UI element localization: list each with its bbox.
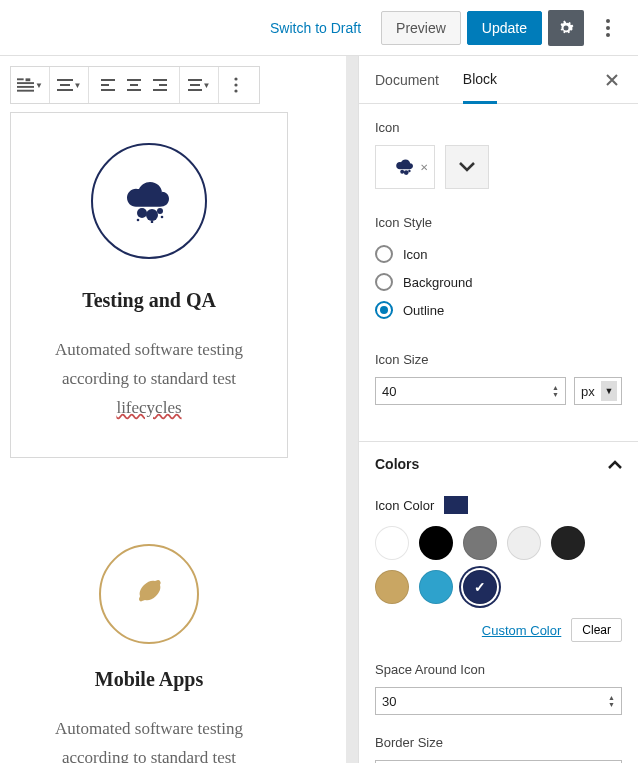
color-swatch[interactable]	[375, 570, 409, 604]
icon-picker-button[interactable]: ✕	[375, 145, 435, 189]
block-testing-qa[interactable]: Testing and QA Automated software testin…	[10, 112, 288, 458]
svg-rect-22	[188, 89, 202, 91]
icon-label: Icon	[375, 120, 622, 135]
block-title: Testing and QA	[31, 289, 267, 312]
radio-icon[interactable]: Icon	[375, 240, 622, 268]
svg-point-27	[146, 209, 158, 221]
text-align-icon	[188, 79, 202, 91]
space-around-label: Space Around Icon	[375, 662, 622, 677]
svg-rect-19	[153, 89, 167, 91]
icon-style-radios: Icon Background Outline	[375, 240, 622, 324]
svg-point-29	[137, 219, 140, 222]
color-swatch[interactable]	[419, 570, 453, 604]
space-around-input[interactable]: 30 ▲▼	[375, 687, 622, 715]
color-swatch[interactable]	[375, 526, 409, 560]
color-swatch[interactable]	[463, 526, 497, 560]
align-right-icon	[153, 79, 167, 91]
radio-background[interactable]: Background	[375, 268, 622, 296]
align-button[interactable]: ▼	[56, 72, 82, 98]
svg-rect-21	[190, 84, 200, 86]
preview-button[interactable]: Preview	[381, 11, 461, 45]
svg-rect-5	[17, 86, 34, 88]
svg-rect-18	[159, 84, 167, 86]
color-palette	[375, 526, 595, 604]
svg-point-24	[234, 83, 237, 86]
tab-document[interactable]: Document	[375, 58, 439, 102]
icon-expand-button[interactable]	[445, 145, 489, 189]
svg-rect-4	[17, 82, 34, 84]
svg-rect-20	[188, 79, 202, 81]
svg-point-0	[606, 19, 610, 23]
block-more-button[interactable]	[219, 67, 253, 103]
clear-icon-mini[interactable]: ✕	[420, 162, 428, 173]
color-swatch[interactable]	[551, 526, 585, 560]
block-description: Automated software testing according to …	[31, 336, 267, 423]
icon-style-label: Icon Style	[375, 215, 622, 230]
settings-sidebar: Document Block Icon ✕ Icon Style Icon Ba…	[358, 56, 638, 763]
svg-point-30	[151, 221, 154, 223]
svg-point-32	[400, 170, 404, 174]
tab-block[interactable]: Block	[463, 57, 497, 104]
icon-color-label: Icon Color	[375, 498, 434, 513]
svg-point-26	[137, 208, 147, 218]
cloud-blob-icon	[124, 179, 174, 223]
svg-rect-12	[101, 84, 109, 86]
switch-to-draft-link[interactable]: Switch to Draft	[270, 20, 361, 36]
svg-rect-9	[60, 84, 70, 86]
chevron-up-icon	[608, 460, 622, 469]
svg-point-33	[404, 170, 409, 175]
svg-rect-13	[101, 89, 115, 91]
cloud-blob-icon	[395, 158, 415, 176]
align-right-button[interactable]	[147, 72, 173, 98]
svg-rect-14	[127, 79, 141, 81]
block-title: Mobile Apps	[30, 668, 268, 691]
color-swatch[interactable]	[419, 526, 453, 560]
chevron-down-icon: ▼	[601, 381, 617, 401]
svg-rect-16	[127, 89, 141, 91]
top-toolbar: Switch to Draft Preview Update	[0, 0, 638, 56]
stepper-icon[interactable]: ▲▼	[552, 384, 559, 398]
block-mobile-apps[interactable]: Mobile Apps Automated software testing a…	[10, 504, 288, 763]
current-color-swatch	[444, 496, 468, 514]
block-type-icon	[17, 78, 34, 92]
clear-color-button[interactable]: Clear	[571, 618, 622, 642]
scroll-gap	[346, 56, 358, 763]
block-type-button[interactable]: ▼	[17, 72, 43, 98]
radio-outline[interactable]: Outline	[375, 296, 622, 324]
svg-rect-17	[153, 79, 167, 81]
settings-button[interactable]	[548, 10, 584, 46]
icon-size-input[interactable]: 40 ▲▼	[375, 377, 566, 405]
block-toolbar: ▼ ▼ ▼	[10, 66, 260, 104]
svg-rect-15	[130, 84, 138, 86]
editor-canvas: ▼ ▼ ▼	[0, 56, 346, 763]
svg-point-31	[161, 216, 164, 219]
close-sidebar-button[interactable]	[602, 70, 622, 90]
align-center-button[interactable]	[121, 72, 147, 98]
custom-color-link[interactable]: Custom Color	[482, 623, 561, 638]
align-icon	[57, 79, 73, 91]
gear-icon	[556, 18, 576, 38]
border-size-label: Border Size	[375, 735, 622, 750]
close-icon	[606, 74, 618, 86]
update-button[interactable]: Update	[467, 11, 542, 45]
text-align-button[interactable]: ▼	[186, 72, 212, 98]
color-swatch[interactable]	[507, 526, 541, 560]
dots-vertical-icon	[606, 19, 610, 37]
svg-point-34	[408, 170, 410, 172]
align-left-button[interactable]	[95, 72, 121, 98]
icon-circle	[91, 143, 207, 259]
svg-point-28	[157, 208, 163, 214]
svg-rect-7	[26, 78, 31, 81]
colors-section-header[interactable]: Colors	[359, 441, 638, 486]
svg-point-23	[234, 77, 237, 80]
svg-rect-3	[17, 78, 24, 80]
sidebar-tabs: Document Block	[359, 56, 638, 104]
icon-circle	[99, 544, 199, 644]
svg-point-1	[606, 26, 610, 30]
icon-size-unit-select[interactable]: px ▼	[574, 377, 622, 405]
svg-rect-6	[17, 90, 34, 92]
stepper-icon[interactable]: ▲▼	[608, 694, 615, 708]
color-swatch-selected[interactable]	[463, 570, 497, 604]
align-left-icon	[101, 79, 115, 91]
more-menu-button[interactable]	[590, 10, 626, 46]
